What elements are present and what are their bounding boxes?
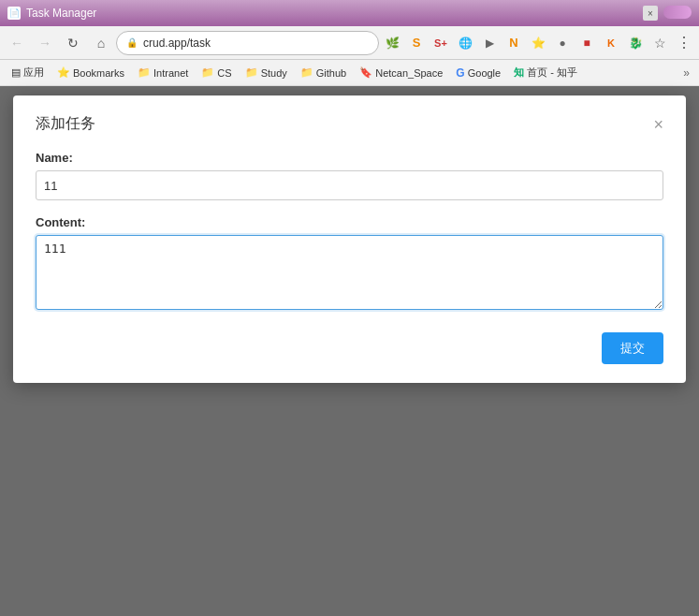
bookmarks-more-label: » (683, 66, 690, 80)
ext-icon-6[interactable]: N (502, 32, 525, 54)
ext-icon-1[interactable]: 🌿 (381, 32, 403, 54)
menu-button[interactable]: ⋮ (673, 32, 695, 54)
ext-icon-5[interactable]: ▶ (478, 32, 501, 54)
bookmark-netcan-icon: 🔖 (359, 66, 372, 79)
bookmark-netcan[interactable]: 🔖 Netcan_Space (354, 65, 448, 81)
bookmark-folder-icon-2: 📁 (201, 66, 214, 79)
bookmark-folder-icon-1: 📁 (138, 66, 151, 79)
bookmark-zhihu-label: 首页 - 知乎 (527, 66, 577, 80)
url-display: crud.app/task (143, 37, 211, 50)
bookmark-folder-icon-3: 📁 (245, 66, 258, 79)
ext-icon-4[interactable]: 🌐 (454, 32, 476, 54)
bookmark-bookmarks[interactable]: ⭐ Bookmarks (51, 65, 130, 81)
bookmark-star-icon: ⭐ (57, 66, 70, 79)
ext-icon-7[interactable]: ⭐ (527, 32, 549, 54)
ext-icon-3[interactable]: S+ (430, 32, 452, 54)
ext-icon-9[interactable]: ■ (575, 32, 598, 54)
apps-icon: ▤ (11, 66, 21, 79)
ext-icon-8[interactable]: ● (551, 32, 574, 54)
bookmarks-bar: ▤ 应用 ⭐ Bookmarks 📁 Intranet 📁 CS 📁 Study… (0, 60, 699, 86)
tab-title: Task Manager (26, 7, 637, 20)
star-button[interactable]: ☆ (648, 32, 671, 54)
address-bar[interactable]: 🔒 crud.app/task (116, 31, 379, 55)
modal-close-button[interactable]: × (653, 116, 663, 133)
bookmark-github-label: Github (316, 67, 346, 79)
bookmark-netcan-label: Netcan_Space (375, 67, 443, 79)
content-textarea[interactable]: 111 (36, 235, 663, 310)
bookmark-folder-icon-4: 📁 (300, 66, 313, 79)
bookmark-intranet[interactable]: 📁 Intranet (132, 65, 194, 81)
bookmark-intranet-label: Intranet (153, 67, 188, 79)
window-controls: × (643, 6, 692, 21)
page-area: 添加任务 × Name: Content: 111 提交 (0, 86, 699, 616)
modal-title: 添加任务 (36, 114, 95, 134)
ext-icon-2[interactable]: S (405, 32, 428, 54)
name-label: Name: (36, 151, 663, 165)
browser-frame: 📄 Task Manager × ← → ↻ ⌂ 🔒 crud.app/task… (0, 0, 699, 86)
extension-toolbar: 🌿 S S+ 🌐 ▶ N ⭐ ● ■ K 🐉 ☆ ⋮ (381, 32, 695, 54)
bookmark-bookmarks-label: Bookmarks (73, 67, 124, 79)
bookmark-github[interactable]: 📁 Github (295, 65, 352, 81)
reload-button[interactable]: ↻ (60, 30, 86, 56)
name-input[interactable] (36, 170, 663, 200)
tab-favicon: 📄 (7, 7, 21, 20)
modal-header: 添加任务 × (36, 114, 663, 134)
bookmark-study-label: Study (261, 67, 287, 79)
bookmark-apps[interactable]: ▤ 应用 (6, 64, 50, 81)
bookmark-google-label: Google (468, 67, 501, 79)
ext-icon-10[interactable]: K (600, 32, 622, 54)
bookmark-zhihu[interactable]: 知 首页 - 知乎 (508, 64, 583, 81)
bookmark-study[interactable]: 📁 Study (240, 65, 293, 81)
bookmarks-more-button[interactable]: » (679, 65, 693, 81)
modal-footer: 提交 (36, 332, 663, 364)
submit-button[interactable]: 提交 (602, 332, 663, 364)
add-task-modal: 添加任务 × Name: Content: 111 提交 (13, 95, 686, 383)
title-bar: 📄 Task Manager × (0, 0, 699, 26)
ext-icon-11[interactable]: 🐉 (624, 32, 647, 54)
security-icon: 🔒 (126, 37, 138, 48)
google-icon: G (456, 66, 464, 80)
home-button[interactable]: ⌂ (88, 30, 114, 56)
navigation-bar: ← → ↻ ⌂ 🔒 crud.app/task 🌿 S S+ 🌐 ▶ N ⭐ ●… (0, 26, 699, 60)
back-button[interactable]: ← (4, 30, 30, 56)
forward-button[interactable]: → (32, 30, 58, 56)
bookmark-cs[interactable]: 📁 CS (196, 65, 237, 81)
bookmark-google[interactable]: G Google (450, 65, 506, 81)
zhihu-icon: 知 (514, 66, 524, 80)
content-field-group: Content: 111 (36, 215, 663, 314)
tab-close-button[interactable]: × (643, 6, 658, 21)
apps-label: 应用 (23, 66, 44, 80)
name-field-group: Name: (36, 151, 663, 200)
content-label: Content: (36, 215, 663, 229)
window-action-area (663, 6, 692, 19)
bookmark-cs-label: CS (217, 67, 231, 79)
